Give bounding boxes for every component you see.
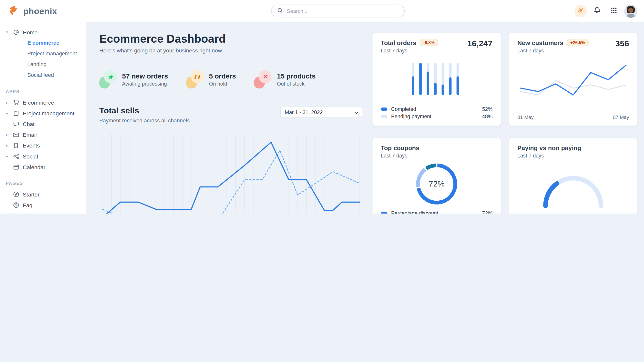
legend-swatch bbox=[381, 108, 387, 111]
sidebar-item-social[interactable]: ▸ Social bbox=[5, 151, 82, 162]
apps-grid-icon bbox=[610, 7, 617, 15]
sidebar-item-ecommerce[interactable]: ▸ E commerce bbox=[5, 97, 82, 108]
sidebar-item-label: Pricing bbox=[23, 213, 40, 213]
x-blob-icon: ✕ bbox=[254, 70, 272, 88]
donut-center-value: 72% bbox=[381, 159, 492, 209]
caret-right-icon: ▸ bbox=[5, 100, 9, 105]
sidebar-item-pricing[interactable]: ▸ Pricing bbox=[5, 210, 82, 213]
star-blob-icon: ★ bbox=[99, 70, 117, 88]
sidebar-item-label: Social bbox=[23, 153, 38, 159]
sun-icon bbox=[578, 7, 584, 15]
brand-logo[interactable]: phoenix bbox=[8, 4, 87, 17]
sidebar-item-email[interactable]: ▸ Email bbox=[5, 129, 82, 140]
app-root: phoenix bbox=[0, 0, 644, 213]
sidebar-item-events[interactable]: ▸ Events bbox=[5, 140, 82, 151]
caret-right-icon: ▸ bbox=[5, 144, 9, 148]
top-coupons-card: Top coupons Last 7 days 72% Percentage d… bbox=[372, 138, 501, 213]
phoenix-logo-icon bbox=[8, 4, 20, 17]
total-orders-bar-chart[interactable] bbox=[381, 54, 492, 105]
date-range-select[interactable]: Mar 1 - 31, 2022 bbox=[280, 107, 363, 118]
top-navbar: phoenix bbox=[0, 0, 644, 22]
sidebar-item-landing[interactable]: Landing bbox=[5, 59, 82, 70]
sidebar-item-label: Home bbox=[23, 29, 38, 35]
paying-gauge-chart[interactable] bbox=[517, 159, 629, 213]
cart-icon bbox=[12, 99, 20, 106]
top-coupons-legend: Percentage discount72% Fixed card discou… bbox=[381, 210, 492, 213]
total-orders-card: Total orders -6.8% Last 7 days 16,247 Co… bbox=[372, 33, 501, 126]
notifications-button[interactable] bbox=[591, 5, 604, 17]
total-orders-legend: Completed52% Pending payment48% bbox=[381, 105, 492, 120]
bell-icon bbox=[594, 6, 601, 15]
paying-vs-non-paying-card: Paying vs non paying Last 7 days Paying … bbox=[509, 138, 638, 213]
quick-stats: ★ 57 new orders Awating processing ❚❚ bbox=[99, 70, 363, 88]
page-title: Ecommerce Dashboard bbox=[99, 33, 363, 46]
card-title: Paying vs non paying bbox=[517, 144, 581, 151]
caret-right-icon: ▸ bbox=[5, 133, 9, 137]
new-customers-x-labels: 01 May 07 May bbox=[517, 112, 629, 120]
caret-down-icon: ▾ bbox=[5, 30, 9, 34]
sidebar-item-label: Calendar bbox=[23, 164, 46, 170]
card-title: Top coupons bbox=[381, 144, 419, 151]
legend-swatch bbox=[381, 115, 387, 118]
sidebar-item-ecommerce-dashboard[interactable]: E commerce bbox=[5, 37, 82, 48]
legend-value: 72% bbox=[482, 210, 492, 213]
section-label-pages: PAGES bbox=[6, 181, 82, 185]
legend-value: 48% bbox=[482, 114, 492, 119]
legend-label: Pending payment bbox=[391, 114, 432, 119]
sidebar-item-label: Email bbox=[23, 132, 36, 138]
brand-name: phoenix bbox=[23, 6, 57, 16]
new-customers-line-chart[interactable] bbox=[517, 54, 629, 111]
card-period: Last 7 days bbox=[517, 153, 581, 159]
sidebar-item-starter[interactable]: Starter bbox=[5, 189, 82, 200]
total-sells-header: Total sells Payment received across all … bbox=[99, 106, 363, 124]
change-badge: -6.8% bbox=[420, 39, 438, 46]
top-coupons-donut-chart[interactable]: 72% bbox=[381, 159, 492, 209]
pie-chart-icon bbox=[12, 29, 20, 36]
stat-out-of-stock: ✕ 15 products Out of stock bbox=[254, 70, 316, 88]
caret-right-icon: ▸ bbox=[5, 111, 9, 115]
calendar-icon bbox=[12, 164, 20, 171]
sidebar-item-project-management[interactable]: ▸ Project management bbox=[5, 108, 82, 119]
question-circle-icon bbox=[12, 202, 20, 209]
sidebar-item-home[interactable]: ▾ Home bbox=[5, 27, 82, 37]
sidebar-item-label: Project management bbox=[23, 110, 74, 116]
new-customers-value: 356 bbox=[615, 39, 629, 48]
total-sells-chart[interactable]: 01 May 15 May 30 May bbox=[99, 132, 363, 213]
search-input[interactable] bbox=[286, 7, 398, 14]
user-avatar[interactable] bbox=[624, 4, 638, 17]
sidebar-item-chat[interactable]: Chat bbox=[5, 119, 82, 129]
global-search[interactable] bbox=[271, 5, 405, 17]
theme-toggle-button[interactable] bbox=[574, 5, 587, 17]
change-badge: +26.5% bbox=[567, 39, 589, 46]
sidebar-item-calendar[interactable]: Calendar bbox=[5, 162, 82, 172]
sidebar-nav: ▾ Home E commerce Project management Lan… bbox=[0, 22, 86, 213]
sidebar-item-project-management-dashboard[interactable]: Project management bbox=[5, 48, 82, 59]
card-title: Total orders bbox=[381, 39, 416, 46]
stat-orders-on-hold: ❚❚ 5 orders On hold bbox=[186, 70, 236, 88]
legend-swatch bbox=[381, 212, 387, 213]
clipboard-icon bbox=[12, 110, 20, 117]
x-label: 01 May bbox=[517, 115, 534, 120]
sidebar-item-label: Faq bbox=[23, 202, 32, 208]
stat-label: On hold bbox=[209, 81, 236, 87]
legend-label: Percentage discount bbox=[391, 210, 438, 213]
legend-value: 52% bbox=[482, 106, 492, 112]
pause-blob-icon: ❚❚ bbox=[186, 70, 204, 88]
app-launcher-button[interactable] bbox=[608, 5, 620, 17]
total-orders-value: 16,247 bbox=[467, 39, 493, 48]
dashboard-top: Ecommerce Dashboard Here's what's going … bbox=[86, 22, 644, 213]
sidebar-item-label: Events bbox=[23, 142, 40, 149]
search-icon bbox=[277, 7, 282, 15]
new-customers-card: New customers +26.5% Last 7 days 356 01 … bbox=[509, 33, 638, 126]
tag-icon bbox=[12, 212, 20, 213]
legend-label: Completed bbox=[391, 106, 416, 112]
bookmark-icon bbox=[12, 142, 20, 149]
sidebar-item-faq[interactable]: Faq bbox=[5, 200, 82, 210]
page-subtitle: Here's what's going on at your business … bbox=[99, 47, 363, 54]
sidebar: ▾ Home E commerce Project management Lan… bbox=[0, 22, 86, 213]
top-actions bbox=[574, 4, 638, 17]
sidebar-item-label: Chat bbox=[23, 121, 34, 127]
chat-icon bbox=[12, 120, 20, 128]
sidebar-item-social-feed[interactable]: Social feed bbox=[5, 70, 82, 81]
sidebar-item-label: Starter bbox=[23, 191, 40, 197]
